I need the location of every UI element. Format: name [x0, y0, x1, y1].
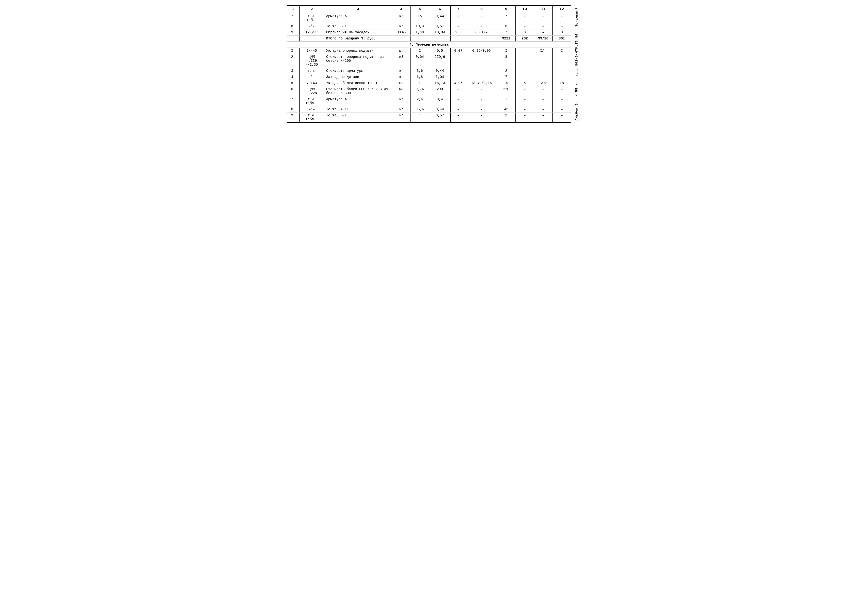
row-q10: – — [516, 48, 534, 54]
row-num: 7. — [287, 96, 299, 106]
row-q6: 0,44 — [429, 106, 451, 112]
row-q12: I — [553, 48, 571, 54]
row-q6: 0,44 — [429, 13, 451, 23]
row-q10: – — [516, 86, 534, 96]
row-q9: 220 — [497, 86, 516, 96]
row-unit: кг — [392, 13, 411, 23]
row-q7: – — [451, 106, 466, 112]
itogo-row: ИТОГО по разделу 3: руб. 922I 202 99/20 … — [287, 36, 571, 42]
row-num: 8. — [287, 106, 299, 112]
row-unit: кг — [392, 96, 411, 106]
row-desc: То же, В-I — [324, 112, 392, 123]
row-q9: 922I — [497, 36, 516, 42]
row-q7: – — [451, 23, 466, 30]
row-num: I. — [287, 48, 299, 54]
row-q8: 0,25/0,06 — [466, 48, 497, 54]
row-q7: – — [451, 86, 466, 96]
table-row: 4. –"– Закладные детали кг 6,8 I,04 – – … — [287, 74, 571, 80]
row-q7: 2,3 — [451, 30, 466, 36]
row-q8: – — [466, 54, 497, 68]
row-q10: – — [516, 68, 534, 74]
row-num: 6. — [287, 86, 299, 96]
row-unit: кг — [392, 106, 411, 112]
row-num: 4. — [287, 74, 299, 80]
header-col-5: 5 — [411, 5, 429, 13]
row-q5: I — [411, 80, 429, 86]
row-num — [287, 36, 299, 42]
row-q6: I0,34 — [429, 30, 451, 36]
table-row: 9. т.ч. табл.I То же, В-I кг 4 0,57 – – … — [287, 112, 571, 123]
section-header: 4. Перекрытие-крыша — [287, 42, 571, 48]
table-row: 2. ЦММ п.II9 к-I,35 Стоимость опорных по… — [287, 54, 571, 68]
row-desc: Стоимость арматуры — [324, 68, 392, 74]
row-q6: 0,57 — [429, 112, 451, 123]
row-ref: I2-277 — [299, 30, 324, 36]
row-ref: 7-445 — [299, 48, 324, 54]
row-desc: То же, А-III — [324, 106, 392, 112]
header-col-4: 4 — [392, 5, 411, 13]
row-desc: Закладные детали — [324, 74, 392, 80]
side-label-bottom: Альбом 5 — [575, 101, 578, 123]
row-num: 5. — [287, 80, 299, 86]
row-q10: – — [516, 13, 534, 23]
row-q6: 0,5 — [429, 48, 451, 54]
row-q7: 0,07 — [451, 48, 466, 54]
header-col-2: 2 — [299, 5, 324, 13]
header-col-10: IO — [516, 5, 534, 13]
row-q5: I5 — [411, 13, 429, 23]
row-q11: I3/3 — [534, 80, 553, 86]
row-unit: I00м2 — [392, 30, 411, 36]
row-q11: – — [534, 106, 553, 112]
section-header-row: 4. Перекрытие-крыша — [287, 42, 571, 48]
row-ref: 7-I43 — [299, 80, 324, 86]
row-unit: м3 — [392, 86, 411, 96]
header-row: I 2 3 4 5 6 7 8 9 IO II I2 — [287, 5, 571, 13]
row-unit: кг — [392, 23, 411, 30]
row-q10: 202 — [516, 36, 534, 42]
row-q9: 43 — [497, 106, 516, 112]
row-q9: I5 — [497, 30, 516, 36]
row-q7: 4,95 — [451, 80, 466, 86]
side-label-middle: т.п. 802-5-47М.ТЗ.86 — [575, 31, 578, 79]
row-desc: Укладка опорных подушек — [324, 48, 392, 54]
row-q5: 4 — [411, 112, 429, 123]
row-q8: – — [466, 13, 497, 23]
row-unit — [392, 36, 411, 42]
row-unit: кг — [392, 74, 411, 80]
row-ref: –"– — [299, 23, 324, 30]
row-q12: – — [553, 86, 571, 96]
row-ref: –"– — [299, 106, 324, 112]
header-col-1: I — [287, 5, 299, 13]
row-q8: 0,0I/– — [466, 30, 497, 36]
row-q8: – — [466, 86, 497, 96]
row-ref: т.ч. табл.I — [299, 96, 324, 106]
row-q9: 8 — [497, 54, 516, 68]
row-q7: – — [451, 13, 466, 23]
row-q7: – — [451, 68, 466, 74]
row-desc: Стоимость опорных подушек из бетона М-20… — [324, 54, 392, 68]
row-q5 — [411, 36, 429, 42]
row-q6 — [429, 36, 451, 42]
row-q6: 2I0,6 — [429, 54, 451, 68]
row-num: 8. — [287, 23, 299, 30]
row-desc: ИТОГО по разделу 3: руб. — [324, 36, 392, 42]
row-q7 — [451, 36, 466, 42]
row-q11: – — [534, 23, 553, 30]
row-desc: Обрамления на фасадах — [324, 30, 392, 36]
row-q12: I8 — [553, 80, 571, 86]
row-desc: Арматура А-I — [324, 96, 392, 106]
row-q9: 2 — [497, 112, 516, 123]
row-q10: – — [516, 112, 534, 123]
row-q9: I — [497, 96, 516, 106]
row-q5: 0,76 — [411, 86, 429, 96]
row-q11: – — [534, 74, 553, 80]
row-ref: –"– — [299, 74, 324, 80]
row-ref: т.ч. табл.I — [299, 112, 324, 123]
row-q8: – — [466, 74, 497, 80]
row-unit: м3 — [392, 54, 411, 68]
row-q7: – — [451, 74, 466, 80]
row-q7: – — [451, 112, 466, 123]
row-q6: 0,57 — [429, 23, 451, 30]
row-unit: кг — [392, 112, 411, 123]
row-ref: ЦММ п.II9 к-I,35 — [299, 54, 324, 68]
